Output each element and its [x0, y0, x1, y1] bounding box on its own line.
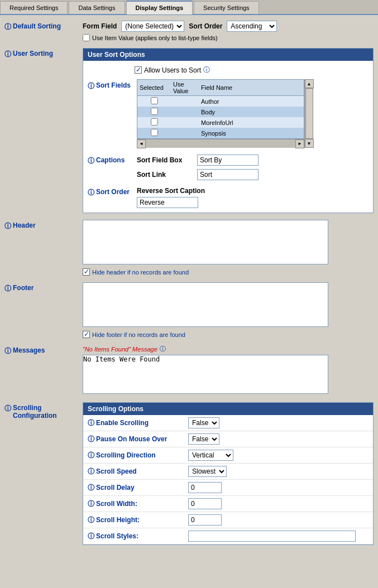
form-field-select[interactable]: (None Selected): [121, 21, 184, 32]
enable-scrolling-row: ⓘ Enable Scrolling FalseTrue: [83, 415, 373, 431]
col-field-name: Field Name: [199, 80, 304, 96]
scroll-up-btn[interactable]: ▲: [305, 79, 314, 88]
hide-header-row: Hide header if no records are found: [83, 268, 374, 276]
scroll-delay-input[interactable]: [188, 482, 222, 493]
sort-field-box-input[interactable]: [197, 155, 259, 166]
scrolling-direction-value: VerticalHorizontal: [188, 450, 369, 461]
scroll-height-input[interactable]: [188, 514, 222, 526]
sort-order-help-icon[interactable]: ⓘ: [88, 188, 94, 197]
header-textarea[interactable]: [83, 220, 328, 264]
reverse-sort-input[interactable]: [137, 197, 198, 208]
default-sorting-content: Form Field (None Selected) Sort Order As…: [83, 21, 374, 41]
row-3-field-name: Synopsis: [199, 128, 304, 138]
hide-footer-checkbox[interactable]: [83, 331, 90, 338]
footer-help-icon[interactable]: ⓘ: [4, 284, 11, 293]
scrolling-direction-row: ⓘ Scrolling Direction VerticalHorizontal: [83, 447, 373, 464]
allow-sort-label: Allow Users to Sort: [144, 66, 201, 74]
scroll-thumb[interactable]: [305, 88, 313, 139]
sort-fields-help-icon[interactable]: ⓘ: [88, 81, 94, 91]
scroll-track-horiz: [146, 139, 295, 148]
header-section: ⓘ Header Hide header if no records are f…: [4, 220, 374, 276]
row-2-selected-checkbox[interactable]: [151, 118, 158, 126]
scroll-down-btn[interactable]: ▼: [305, 139, 314, 148]
row-1-selected-checkbox[interactable]: [151, 108, 158, 115]
scroll-speed-value: SlowestSlowMediumFastFastest: [188, 466, 369, 477]
row-2-field-name: MoreInfoUrl: [199, 117, 304, 128]
sort-order-content: Reverse Sort Caption: [137, 187, 369, 208]
horizontal-scrollbar[interactable]: ◄ ►: [137, 139, 304, 148]
hide-header-label: Hide header if no records are found: [92, 269, 189, 276]
main-content: ⓘ Default Sorting Form Field (None Selec…: [0, 15, 378, 557]
user-sorting-help-icon[interactable]: ⓘ: [4, 50, 11, 59]
enable-scrolling-value: FalseTrue: [188, 417, 369, 428]
scroll-speed-row: ⓘ Scroll Speed SlowestSlowMediumFastFast…: [83, 464, 373, 480]
sort-order-select[interactable]: Ascending Descending: [227, 21, 277, 32]
allow-sort-checkbox[interactable]: [135, 66, 142, 74]
scroll-delay-value: [188, 482, 369, 493]
messages-section: ⓘ Messages "No Items Found" Message ⓘ No…: [4, 345, 374, 396]
user-sorting-content: User Sort Options Allow Users to Sort ⓘ …: [83, 48, 374, 213]
scroll-width-input[interactable]: [188, 498, 222, 509]
footer-textarea[interactable]: [83, 282, 328, 327]
scroll-right-btn[interactable]: ►: [295, 139, 304, 148]
footer-content: Hide footer if no records are found: [83, 282, 374, 338]
row-3-selected-checkbox[interactable]: [151, 129, 158, 136]
default-sorting-help-icon[interactable]: ⓘ: [4, 22, 11, 32]
hide-header-checkbox[interactable]: [83, 268, 90, 276]
scroll-delay-help-icon[interactable]: ⓘ: [88, 483, 94, 493]
scrolling-help-icon[interactable]: ⓘ: [4, 404, 11, 413]
user-sort-options-body: Allow Users to Sort ⓘ ⓘ Sort Fields: [83, 61, 373, 213]
scroll-styles-row: ⓘ Scroll Styles:: [83, 528, 373, 544]
scroll-left-btn[interactable]: ◄: [137, 139, 146, 148]
sort-fields-label: ⓘ Sort Fields: [88, 79, 132, 91]
pause-mouse-help-icon[interactable]: ⓘ: [88, 435, 94, 444]
messages-help-icon[interactable]: ⓘ: [4, 346, 11, 356]
scrolling-direction-select[interactable]: VerticalHorizontal: [188, 450, 233, 461]
tab-display-settings[interactable]: Display Settings: [126, 1, 193, 15]
enable-scrolling-select[interactable]: FalseTrue: [188, 417, 219, 428]
allow-sort-help-icon[interactable]: ⓘ: [203, 65, 210, 75]
sort-table-container: Selected Use Value Field Name: [137, 79, 313, 148]
row-1-field-name: Body: [199, 107, 304, 117]
scroll-speed-help-icon[interactable]: ⓘ: [88, 467, 94, 476]
sort-link-label: Sort Link: [137, 171, 193, 179]
sort-field-box-label: Sort Field Box: [137, 156, 193, 164]
no-items-found-textarea[interactable]: No Items Were Found: [83, 355, 328, 394]
pause-mouse-select[interactable]: FalseTrue: [188, 433, 219, 445]
use-item-value-checkbox[interactable]: [83, 34, 90, 41]
scrolling-section-label: ⓘ Scrolling Configuration: [4, 402, 83, 420]
tab-data-settings[interactable]: Data Settings: [69, 1, 125, 14]
row-0-field-name: Author: [199, 96, 304, 107]
captions-help-icon[interactable]: ⓘ: [88, 156, 94, 166]
default-sorting-label: ⓘ Default Sorting: [4, 21, 83, 32]
pause-mouse-label: ⓘ Pause On Mouse Over: [88, 435, 188, 444]
scroll-width-help-icon[interactable]: ⓘ: [88, 499, 94, 509]
scroll-styles-help-icon[interactable]: ⓘ: [88, 532, 94, 541]
no-items-found-label: "No Items Found" Message: [83, 346, 157, 353]
scroll-height-help-icon[interactable]: ⓘ: [88, 515, 94, 525]
header-section-label: ⓘ Header: [4, 220, 83, 231]
table-row: Synopsis: [137, 128, 304, 138]
vertical-scrollbar[interactable]: ▲ ▼: [304, 79, 313, 148]
tab-required-settings[interactable]: Required Settings: [0, 1, 68, 14]
user-sort-options-header: User Sort Options: [83, 49, 373, 61]
enable-scrolling-help-icon[interactable]: ⓘ: [88, 418, 94, 428]
pause-mouse-over-row: ⓘ Pause On Mouse Over FalseTrue: [83, 431, 373, 447]
scrolling-content: Scrolling Options ⓘ Enable Scrolling Fal…: [83, 402, 374, 545]
sort-order-caption-section: ⓘ Sort Order Reverse Sort Caption: [88, 187, 369, 208]
header-help-icon[interactable]: ⓘ: [4, 221, 11, 231]
scroll-styles-input[interactable]: [188, 531, 356, 542]
row-0-selected-checkbox[interactable]: [151, 97, 158, 104]
scroll-speed-select[interactable]: SlowestSlowMediumFastFastest: [188, 466, 227, 477]
no-items-help-icon[interactable]: ⓘ: [160, 345, 166, 353]
sort-link-input[interactable]: [197, 169, 259, 180]
scrolling-options-header: Scrolling Options: [83, 403, 373, 415]
col-use-value: Use Value: [171, 80, 199, 96]
captions-section: ⓘ Captions Sort Field Box Sort Link: [88, 155, 369, 184]
reverse-sort-caption-label: Reverse Sort Caption: [137, 187, 369, 195]
scrolling-dir-help-icon[interactable]: ⓘ: [88, 451, 94, 460]
form-field-row: Form Field (None Selected) Sort Order As…: [83, 21, 374, 32]
scroll-speed-label: ⓘ Scroll Speed: [88, 467, 188, 476]
captions-content: Sort Field Box Sort Link: [137, 155, 369, 184]
tab-security-settings[interactable]: Security Settings: [194, 1, 259, 14]
